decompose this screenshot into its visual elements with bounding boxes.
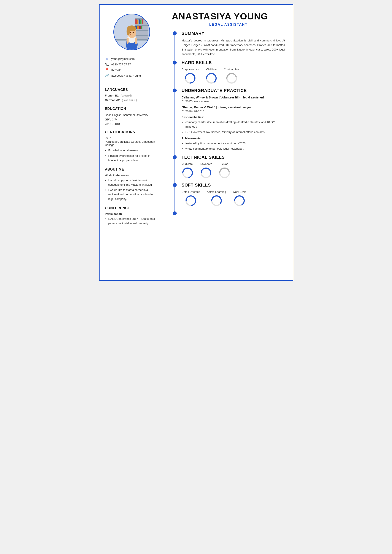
social-icon: 🔗 — [105, 74, 109, 77]
social-item: 🔗 facebook/Nastia_Young — [105, 74, 159, 77]
skill-item: Lawbooth — [200, 162, 212, 179]
soft-skills-section: SOFT SKILLS Detail Oriented Active Learn… — [172, 183, 285, 213]
cert-bullets: Excelled in legal research. Praised by p… — [105, 148, 159, 163]
resume-title: LEGAL ASSISTANT — [172, 23, 285, 27]
timeline-dot-bottom — [173, 211, 177, 215]
about-me-title: ABOUT ME — [105, 167, 159, 171]
skill-label: Judicata — [182, 162, 193, 166]
skill-circle — [184, 72, 196, 84]
svg-rect-18 — [126, 38, 128, 44]
email-value: young@gmail.com — [112, 57, 135, 61]
lang-name-0: French B1 — [105, 94, 119, 97]
timeline-dot-techskills — [173, 155, 177, 159]
skill-circle — [200, 167, 212, 179]
sidebar: ✉ young@gmail.com 📞 +380 777 77 77 📍 Ker… — [99, 5, 164, 280]
skill-item: Judicata — [182, 162, 194, 179]
svg-rect-12 — [137, 26, 139, 29]
lang-item-1: German A2 (начальный) — [105, 98, 159, 102]
resp-bullet-0: company charter documentation drafting (… — [186, 120, 285, 129]
summary-title: SUMMARY — [182, 31, 285, 36]
skill-circle — [233, 195, 245, 207]
resp-bullet-1: GR: Goverment Tax Service, Ministry of I… — [186, 130, 285, 134]
resume-document: ✉ young@gmail.com 📞 +380 777 77 77 📍 Ker… — [99, 4, 293, 281]
skill-item: Corporate law — [182, 68, 199, 84]
participation-label: Participation — [105, 212, 159, 215]
name-block: ANASTASIYA YOUNG LEGAL ASSISTANT — [172, 11, 285, 27]
responsibilities-label: Responsibilities: — [182, 116, 285, 119]
skill-label: Lexoo — [221, 162, 228, 166]
about-me-section: ABOUT ME Work Preferences I would apply … — [105, 164, 159, 202]
phone-value: +380 777 77 77 — [112, 63, 131, 66]
cert-year: 2017 — [105, 136, 159, 139]
skill-circle — [182, 167, 194, 179]
skill-label: Work Ethic — [233, 190, 246, 194]
svg-rect-14 — [141, 26, 142, 29]
skill-label: Corporate law — [182, 68, 199, 71]
undergraduate-section: UNDERGRADUATE PRACTICE Callanan, Wiltse … — [172, 88, 285, 151]
lang-item-0: French B1 (средний) — [105, 94, 159, 97]
svg-point-23 — [126, 28, 130, 35]
hard-skills-section: HARD SKILLS Corporate law Civil law Cont… — [172, 60, 285, 84]
practice-position-0: Callanan, Wiltse & Brown | Volunteer fil… — [182, 96, 285, 103]
gpa-text: GPA: 3,74 — [105, 118, 118, 121]
date-1: 01/2018 - 09/2018 — [182, 110, 285, 113]
soft-skills-title: SOFT SKILLS — [182, 183, 285, 188]
skill-label: Active Learning — [207, 190, 226, 194]
timeline-dot-summary — [173, 31, 177, 35]
about-bullet-1: I would like to start a career in a mult… — [108, 188, 159, 201]
resume-name: ANASTASIYA YOUNG — [172, 11, 285, 21]
conference-bullets: NALS Conference 2017—Spoke on a panel ab… — [105, 217, 159, 226]
svg-rect-9 — [140, 20, 141, 24]
hard-skills-title: HARD SKILLS — [182, 60, 285, 65]
summary-section: SUMMARY Master's degree in progress. My … — [172, 31, 285, 56]
date-0: 01/2017 - наст. время — [182, 100, 285, 103]
cert-bullet-0: Excelled in legal research. — [108, 148, 159, 153]
education-degree: BA in English, Schreiner University GPA:… — [105, 113, 159, 126]
svg-point-25 — [132, 32, 134, 34]
hard-skills-row: Corporate law Civil law Contract law — [182, 68, 285, 84]
education-section: EDUCATION BA in English, Schreiner Unive… — [105, 103, 159, 126]
summary-text: Master's degree in progress. My speciali… — [182, 38, 285, 56]
skill-item: Active Learning — [207, 190, 226, 207]
employer-1: "Reiger, Reiger & Wolf" | Intern, assist… — [182, 106, 285, 109]
avatar-container — [105, 14, 159, 50]
skill-item: Civil law — [205, 68, 217, 84]
conference-title: CONFERENCE — [105, 206, 159, 210]
timeline-dot-hardskills — [173, 61, 177, 65]
svg-rect-10 — [142, 20, 143, 24]
ach-bullet-0: featured by firm management as top inter… — [186, 141, 285, 146]
skill-item: Lexoo — [219, 162, 231, 179]
lang-level-1: (начальный) — [120, 99, 137, 102]
responsibilities-bullets: company charter documentation drafting (… — [182, 120, 285, 134]
lang-level-0: (средний) — [119, 94, 133, 97]
email-item: ✉ young@gmail.com — [105, 57, 159, 61]
skill-circle — [226, 72, 238, 84]
ach-bullet-1: wrote commentary to periodic legal newsp… — [186, 147, 285, 151]
main-content: ANASTASIYA YOUNG LEGAL ASSISTANT SUMMARY… — [164, 5, 293, 280]
cert-bullet-1: Praised by professor for project in inte… — [108, 154, 159, 163]
skill-circle — [185, 195, 197, 207]
svg-rect-19 — [135, 38, 137, 44]
svg-rect-6 — [135, 20, 137, 24]
svg-rect-4 — [135, 30, 148, 31]
cert-name: Paralegal Certificate Course, Brazosport… — [105, 140, 159, 147]
avatar-image — [114, 14, 149, 50]
work-pref-title: Work Preferences — [105, 173, 159, 177]
practice-position-1: "Reiger, Reiger & Wolf" | Intern, assist… — [182, 106, 285, 151]
svg-rect-8 — [139, 20, 140, 24]
education-title: EDUCATION — [105, 107, 159, 111]
svg-rect-13 — [139, 26, 140, 29]
about-bullets: I would apply for a flexible work schedu… — [105, 178, 159, 201]
about-bullet-0: I would apply for a flexible work schedu… — [108, 178, 159, 187]
certifications-title: CERTIFICATIONS — [105, 130, 159, 134]
languages-section: LANGUAGES French B1 (средний) German A2 … — [105, 84, 159, 103]
undergraduate-title: UNDERGRADUATE PRACTICE — [182, 88, 285, 93]
skill-circle — [205, 72, 217, 84]
contact-section: ✉ young@gmail.com 📞 +380 777 77 77 📍 Ker… — [105, 57, 159, 79]
conference-bullet-0: NALS Conference 2017—Spoke on a panel ab… — [108, 217, 159, 226]
employer-0: Callanan, Wiltse & Brown | Volunteer fil… — [182, 96, 285, 99]
certifications-section: CERTIFICATIONS 2017 Paralegal Certificat… — [105, 126, 159, 163]
achievements-bullets: featured by firm management as top inter… — [182, 141, 285, 151]
timeline-dot-softskills — [173, 183, 177, 187]
location-value: Kerrville — [112, 69, 122, 72]
